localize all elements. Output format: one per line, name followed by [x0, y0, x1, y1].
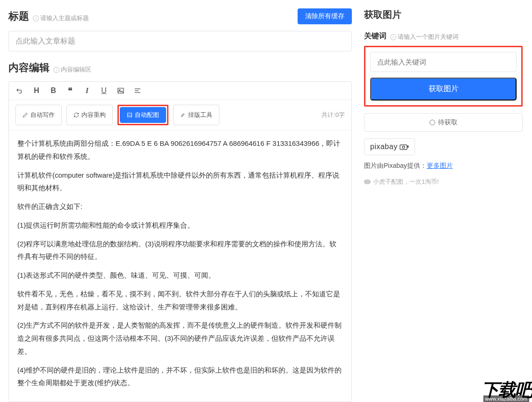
title-hint: i 请输入主题或标题: [33, 14, 89, 22]
editor-panel: H B ❝ I U 自动写作 内容重构: [8, 81, 352, 402]
auto-image-button[interactable]: 自动配图: [120, 107, 166, 123]
title-heading: 标题: [8, 9, 29, 23]
editor-content[interactable]: 整个计算机系统由两部分组成：E.69DA 5 E 6 BA 9062616964…: [9, 130, 351, 402]
heading-icon[interactable]: H: [32, 86, 41, 95]
info-icon: i: [53, 67, 59, 73]
action-toolbar: 自动写作 内容重构 自动配图 排版工具: [9, 100, 351, 130]
align-icon[interactable]: [133, 86, 142, 95]
undo-icon[interactable]: [15, 86, 24, 95]
circle-icon: [430, 120, 435, 125]
paragraph: (2)生产方式不同的软件是开发，是人类智能的高发挥，而不是传统意义上的硬件制造。…: [17, 319, 343, 358]
paragraph: 整个计算机系统由两部分组成：E.69DA 5 E 6 BA 9062616964…: [17, 137, 343, 163]
fetch-image-button[interactable]: 获取图片: [370, 78, 517, 100]
title-input[interactable]: [8, 31, 352, 51]
info-icon: i: [33, 15, 39, 22]
svg-rect-6: [400, 145, 407, 150]
fetch-image-highlight: 获取图片: [364, 46, 523, 107]
paragraph: (2)程序可以满意地处理信息的数据结构。(3)说明程序功能要求和程序需要的文档的…: [17, 237, 343, 264]
layout-tool-button[interactable]: 排版工具: [173, 105, 219, 125]
auto-write-button[interactable]: 自动写作: [15, 105, 62, 125]
more-images-link[interactable]: 更多图片: [427, 162, 453, 169]
clear-cache-button[interactable]: 清除所有缓存: [298, 8, 352, 24]
paragraph: (1)表达形式不同的硬件类型、颜色、味道、可见、可摸、可闻。: [17, 269, 343, 282]
keyword-input[interactable]: [370, 52, 517, 72]
restructure-button[interactable]: 内容重构: [66, 105, 113, 125]
side-column: 获取图片 关键词 i 请输入一个图片关键词 获取图片 待获取 pixabay 图…: [360, 0, 532, 402]
footer-note: 小虎子配图，一次1淘币!: [364, 178, 523, 186]
pending-button[interactable]: 待获取: [364, 113, 523, 132]
auto-image-highlight: 自动配图: [117, 105, 168, 125]
content-hint: i 内容编辑区: [53, 65, 91, 74]
word-count: 共计:0字: [321, 111, 345, 119]
info-icon: i: [390, 34, 396, 40]
pixabay-badge: pixabay: [364, 138, 415, 155]
side-heading: 获取图片: [364, 8, 523, 21]
pixabay-text: pixabay: [370, 143, 398, 151]
paragraph: 软件的正确含义如下:: [17, 200, 343, 213]
cloud-icon: [364, 179, 371, 184]
image-icon[interactable]: [117, 86, 125, 95]
svg-rect-8: [407, 146, 408, 148]
paragraph: 软件看不见，无色，枯燥，看不见，摸不到，闻不到。软件大部分存在于人们的头脑或纸上…: [17, 287, 343, 314]
paragraph: (4)维护不同的硬件是旧的，理论上软件是旧的，并不坏，但实际上软件也是旧的和坏的…: [17, 364, 343, 390]
bold-icon[interactable]: B: [49, 86, 58, 95]
content-heading: 内容编辑: [8, 61, 50, 75]
watermark-url: www.xiazaiba.com: [483, 395, 529, 402]
paragraph: (1)提供运行时所需功能和性能的命令或计算机程序集合。: [17, 219, 343, 232]
underline-icon[interactable]: U: [100, 86, 108, 95]
camera-icon: [400, 144, 409, 150]
keyword-label: 关键词: [364, 31, 386, 41]
format-toolbar: H B ❝ I U: [9, 82, 351, 100]
credit-line: 图片由Pixabay提供：更多图片: [364, 162, 523, 170]
paragraph: 计算机软件(computer software)是指计算机系统中除硬件以外的所有…: [17, 169, 343, 195]
keyword-hint: i 请输入一个图片关键词: [390, 33, 459, 41]
svg-point-7: [402, 146, 404, 148]
italic-icon[interactable]: I: [83, 86, 91, 95]
quote-icon[interactable]: ❝: [66, 86, 74, 95]
main-column: 标题 i 请输入主题或标题 清除所有缓存 内容编辑 i 内容编辑区 H B ❝: [0, 0, 360, 402]
